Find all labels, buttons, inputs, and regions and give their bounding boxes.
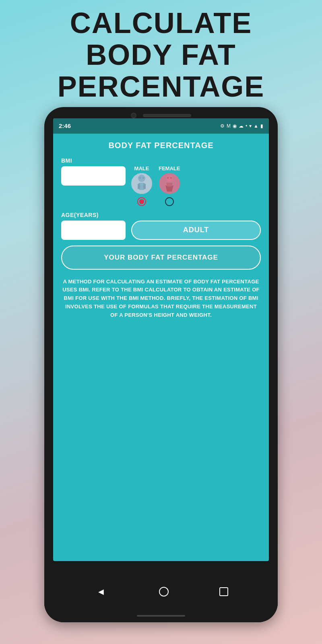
male-option[interactable]: MALE xyxy=(131,165,152,206)
status-icons: ⚙ M ◉ ☁ • ▾ ▲ ▮ xyxy=(220,123,263,129)
battery-icon: ▮ xyxy=(260,123,263,129)
phone-frame: 2:46 ⚙ M ◉ ☁ • ▾ ▲ ▮ BODY FAT PERCENTAGE… xyxy=(44,107,278,622)
adult-button[interactable]: ADULT xyxy=(131,221,261,240)
page-title: CALCULATE BODY FAT PERCENTAGE xyxy=(0,7,322,103)
age-label: AGE(YEARS) xyxy=(61,212,126,218)
male-figure-svg xyxy=(134,174,150,193)
bmi-section: BMI xyxy=(61,157,126,186)
home-button[interactable] xyxy=(159,587,169,597)
age-adult-row: AGE(YEARS) ADULT xyxy=(61,212,261,240)
back-button[interactable]: ◀ xyxy=(94,584,108,599)
male-label: MALE xyxy=(134,165,149,171)
svg-rect-2 xyxy=(138,184,140,189)
bottom-line xyxy=(137,615,185,617)
phone-screen: 2:46 ⚙ M ◉ ☁ • ▾ ▲ ▮ BODY FAT PERCENTAGE… xyxy=(53,118,269,561)
svg-point-9 xyxy=(170,177,172,179)
phone-speaker xyxy=(143,114,191,117)
female-option[interactable]: FEMALE xyxy=(159,165,180,206)
status-bar: 2:46 ⚙ M ◉ ☁ • ▾ ▲ ▮ xyxy=(53,118,269,134)
status-time: 2:46 xyxy=(59,122,71,129)
phone-camera xyxy=(131,113,136,118)
age-input[interactable] xyxy=(61,221,126,240)
cloud-icon: ☁ xyxy=(239,123,244,129)
female-radio[interactable] xyxy=(165,197,174,206)
dot-icon: • xyxy=(246,123,247,129)
svg-point-6 xyxy=(166,175,173,182)
male-radio[interactable] xyxy=(137,197,146,206)
signal-icon: ◉ xyxy=(233,123,237,129)
wifi-icon: ▾ xyxy=(249,123,252,129)
gender-row: MALE xyxy=(131,165,261,206)
title-line2: BODY FAT PERCENTAGE xyxy=(0,39,322,103)
bmi-gender-row: BMI MALE xyxy=(61,157,261,206)
gender-section: MALE xyxy=(131,157,261,206)
female-figure-svg xyxy=(161,174,178,193)
result-button[interactable]: YOUR BODY FAT PERCENTAGE xyxy=(61,246,261,270)
gmail-icon: M xyxy=(227,123,231,129)
bmi-input[interactable] xyxy=(61,166,126,186)
svg-point-0 xyxy=(138,175,145,182)
female-icon xyxy=(159,173,180,194)
settings-icon: ⚙ xyxy=(220,123,225,129)
svg-point-5 xyxy=(142,177,144,179)
female-label: FEMALE xyxy=(159,165,180,171)
svg-rect-3 xyxy=(143,184,146,189)
svg-point-4 xyxy=(139,177,141,179)
app-content: BODY FAT PERCENTAGE BMI MALE xyxy=(53,134,269,561)
male-icon xyxy=(131,173,152,194)
recents-button[interactable] xyxy=(219,587,228,596)
info-text: A METHOD FOR CALCULATING AN ESTIMATE OF … xyxy=(61,278,261,320)
bmi-label: BMI xyxy=(61,157,126,164)
svg-point-8 xyxy=(167,177,169,179)
title-line1: CALCULATE xyxy=(0,7,322,39)
phone-bottom-nav: ◀ xyxy=(44,561,278,622)
signal-bars-icon: ▲ xyxy=(254,123,258,129)
phone-top xyxy=(44,107,278,118)
age-section: AGE(YEARS) xyxy=(61,212,126,240)
app-title: BODY FAT PERCENTAGE xyxy=(108,141,213,150)
